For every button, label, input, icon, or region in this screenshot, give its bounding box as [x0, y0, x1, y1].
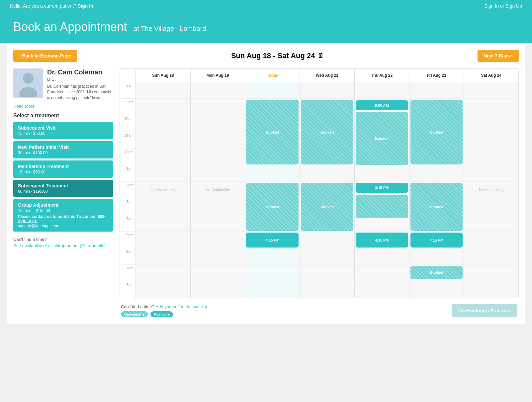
back-to-booking-button[interactable]: ‹ Back to Booking Page	[13, 50, 77, 62]
provider-info: Dr. Cam Coleman D.C. Dr. Coleman has pra…	[47, 68, 113, 100]
slot-thu-booked-morning[interactable]: Booked	[356, 112, 408, 165]
treatment-name: Membership Treatment	[18, 164, 108, 169]
hour-row	[191, 215, 245, 232]
hour-row	[245, 165, 300, 182]
hour-row	[355, 265, 409, 281]
hour-row	[136, 281, 190, 298]
hour-row	[136, 115, 190, 132]
hour-row	[409, 281, 464, 298]
treatment-contact: Please contact us to book this Treatment…	[18, 214, 108, 224]
sign-in-link[interactable]: Sign in	[78, 3, 93, 9]
see-availability-link[interactable]: See availability of all chiropractors (C…	[13, 243, 113, 248]
next-7-days-button[interactable]: Next 7 Days ›	[478, 50, 519, 62]
hour-row	[191, 82, 245, 99]
hour-row	[136, 149, 190, 165]
hour-row	[300, 281, 354, 298]
treatment-item-new-patient[interactable]: New Patient Initial Visit 30 min · $100.…	[13, 141, 113, 158]
time-6pm: 6pm	[120, 248, 135, 265]
treatment-name: Subsequent Visit	[18, 125, 108, 131]
day-header-fri: Fri Aug 23	[409, 69, 464, 82]
time-8pm: 8pm	[120, 281, 135, 298]
calendar-area: 8am 9am 10am 11am 12pm 1pm 2pm 3pm 4pm 5…	[120, 68, 519, 317]
day-sun-aug18: Sun Aug 18	[136, 69, 191, 298]
hour-row	[191, 198, 245, 215]
slot-wed-booked-afternoon[interactable]: Booked	[301, 183, 353, 231]
hour-row	[136, 232, 190, 248]
day-body-sat: No Availability	[464, 82, 518, 298]
page-title: Book an Appointment at The Village - Lom…	[13, 20, 519, 34]
time-2pm: 2pm	[120, 182, 135, 198]
slot-today-booked-morning[interactable]: Booked	[246, 100, 299, 164]
slot-thu-booked-afternoon2[interactable]	[356, 195, 408, 218]
treatment-item-subsequent-visit[interactable]: Subsequent Visit 15 min · $50.00	[13, 122, 113, 139]
hour-row	[464, 248, 518, 265]
hour-row	[464, 82, 518, 99]
main-content: ‹ Back to Booking Page Sun Aug 18 - Sat …	[7, 43, 525, 324]
hour-row	[136, 82, 190, 99]
hour-row	[191, 281, 245, 298]
treatment-item-group-adjustment[interactable]: Group Adjustment 15 min · - $150.00 Plea…	[13, 199, 113, 232]
top-right-link[interactable]: Sign In or Sign Up	[484, 3, 522, 9]
day-thu-aug22: Thu Aug 22	[355, 69, 409, 298]
day-body-thu: 9:00 AM Booked 3:15 PM 4:15 PM	[355, 82, 409, 298]
page-title-sub: at The Village - Lombard	[133, 25, 206, 32]
slot-thu-315pm[interactable]: 3:15 PM	[356, 183, 408, 193]
day-mon-aug19: Mon Aug 19	[191, 69, 245, 298]
time-1pm: 1pm	[120, 165, 135, 182]
time-7pm: 7pm	[120, 265, 135, 281]
treatment-item-membership[interactable]: Membership Treatment 15 min · $50.00	[13, 160, 113, 178]
calendar-title: Sun Aug 18 - Sat Aug 24 🗓	[231, 51, 324, 60]
header-banner: Book an Appointment at The Village - Lom…	[0, 12, 532, 43]
slot-thu-415pm[interactable]: 4:15 PM	[356, 233, 408, 248]
day-body-sun: No Availability	[136, 82, 190, 298]
hour-row	[191, 165, 245, 182]
hour-row	[136, 215, 190, 232]
wait-list-link[interactable]: Add yourself to the wait list	[156, 304, 207, 309]
hour-row	[300, 165, 354, 182]
cant-find-row: Can't find a time? Add yourself to the w…	[121, 304, 207, 309]
provider-card: Dr. Cam Coleman D.C. Dr. Coleman has pra…	[13, 68, 113, 100]
slot-thu-9am[interactable]: 9:00 AM	[356, 100, 408, 110]
no-bookings-button[interactable]: No Bookings Selected	[452, 304, 517, 317]
day-header-thu: Thu Aug 22	[355, 69, 409, 82]
greeting-label: Hello. Are you a current patient?	[10, 3, 76, 9]
slot-today-415pm[interactable]: 4:15 PM	[246, 233, 299, 248]
time-3pm: 3pm	[120, 198, 135, 215]
day-header-sun: Sun Aug 18	[136, 69, 190, 82]
hour-row	[191, 182, 245, 198]
slot-wed-booked-morning[interactable]: Booked	[301, 100, 353, 164]
treatment-detail: 60 min · $195.00	[18, 189, 108, 194]
hour-row	[136, 99, 190, 115]
days-wrapper: Sun Aug 18	[136, 69, 518, 298]
slot-fri-booked-7pm[interactable]: Booked	[410, 266, 463, 279]
hour-row	[245, 248, 300, 265]
slot-fri-415pm[interactable]: 4:15 PM	[410, 233, 463, 248]
time-11am: 11am	[120, 132, 135, 149]
slot-fri-booked-morning[interactable]: Booked	[410, 100, 463, 164]
hour-row	[136, 265, 190, 281]
select-treatment-label: Select a treatment	[13, 113, 113, 119]
hour-row	[136, 182, 190, 198]
treatment-item-subsequent-treatment[interactable]: Subsequent Treatment 60 min · $195.00	[13, 180, 113, 197]
day-body-mon: No Availability	[191, 82, 245, 298]
read-more-link[interactable]: Read More	[13, 104, 113, 109]
day-header-mon: Mon Aug 19	[191, 69, 245, 82]
hour-row	[136, 132, 190, 149]
legend: Unavailable Available	[121, 311, 207, 317]
calendar-icon: 🗓	[318, 52, 324, 59]
time-column: 8am 9am 10am 11am 12pm 1pm 2pm 3pm 4pm 5…	[120, 69, 136, 298]
top-bar: Hello. Are you a current patient? Sign i…	[0, 0, 532, 12]
hour-row	[355, 248, 409, 265]
day-header-today: Today	[245, 69, 300, 82]
hour-row	[464, 149, 518, 165]
hour-row	[136, 198, 190, 215]
hour-row	[464, 281, 518, 298]
hour-row	[136, 165, 190, 182]
slot-fri-booked-afternoon[interactable]: Booked	[410, 183, 463, 231]
hour-row	[300, 248, 354, 265]
slot-today-booked-afternoon[interactable]: Booked	[246, 183, 299, 231]
hour-row	[191, 149, 245, 165]
time-12pm: 12pm	[120, 149, 135, 165]
day-today: Today	[245, 69, 300, 298]
hour-row	[464, 215, 518, 232]
